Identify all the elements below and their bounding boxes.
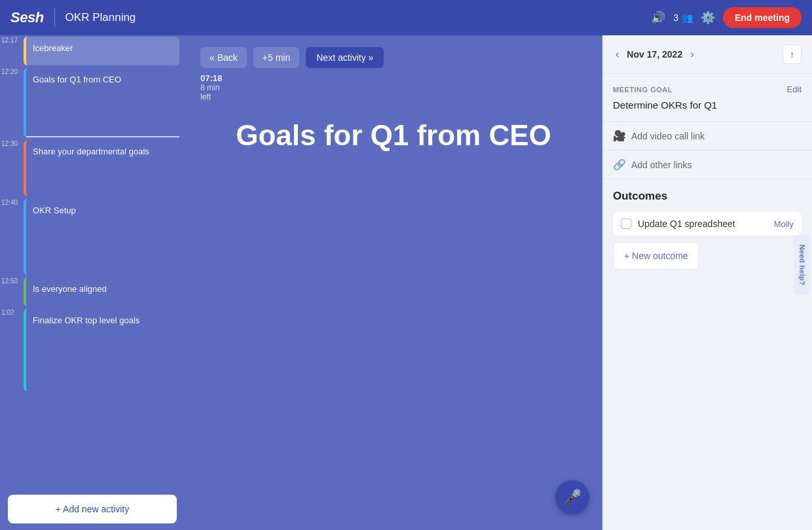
- video-icon: 🎥: [613, 130, 626, 142]
- date-display: Nov 17, 2022: [627, 49, 682, 60]
- sidebar-item-goals-ceo[interactable]: Goals for Q1 from CEO: [24, 68, 179, 137]
- mic-button[interactable]: 🎤: [555, 480, 589, 514]
- current-time-marker: [26, 136, 179, 137]
- next-date-button[interactable]: ›: [688, 46, 696, 63]
- end-meeting-button[interactable]: End meeting: [723, 7, 802, 28]
- add-video-link-row[interactable]: 🎥 Add video call link: [602, 122, 812, 150]
- link-icon: 🔗: [613, 158, 626, 171]
- date-nav: ‹ Nov 17, 2022 › ↑: [602, 35, 812, 74]
- meeting-goal-label: MEETING GOAL: [613, 86, 673, 94]
- participants-count: 3: [673, 12, 678, 23]
- outcome-checkbox[interactable]: [621, 219, 631, 229]
- mic-icon: 🎤: [564, 489, 581, 506]
- outcomes-title: Outcomes: [613, 190, 802, 203]
- agenda-item-title: Icebreaker: [33, 43, 73, 53]
- activity-main-title: Goals for Q1 from CEO: [236, 120, 551, 151]
- right-panel: ‹ Nov 17, 2022 › ↑ MEETING GOAL Edit Det…: [602, 35, 812, 530]
- time-label: 12:30: [0, 139, 21, 198]
- min-label: 8 min: [200, 83, 219, 92]
- time-label: 12:50: [0, 276, 21, 308]
- agenda-item-title: Is everyone aligned: [33, 284, 107, 294]
- sidebar-item-icebreaker[interactable]: Icebreaker: [24, 37, 179, 65]
- participants-button[interactable]: 3 👥: [673, 12, 693, 23]
- agenda-item-title: OKR Setup: [33, 205, 76, 215]
- main-layout: 12:17 Icebreaker 12:20 Goals for Q1 from…: [0, 35, 812, 530]
- outcome-text: Update Q1 spreadsheet: [638, 219, 767, 229]
- app-header: Sesh OKR Planning 🔊 3 👥 ⚙️ End meeting: [0, 0, 812, 35]
- header-divider: [54, 8, 55, 27]
- edit-goal-button[interactable]: Edit: [787, 84, 802, 94]
- add-links-label: Add other links: [631, 160, 692, 170]
- participants-icon: 👥: [682, 12, 693, 23]
- time-label: 12:40: [0, 198, 21, 276]
- timeline-row: 1:02 Finalize OKR top level goals: [0, 308, 185, 393]
- meeting-goal-header: MEETING GOAL Edit: [613, 84, 802, 94]
- activity-main: Goals for Q1 from CEO: [185, 107, 602, 530]
- sidebar-item-finalize[interactable]: Finalize OKR top level goals: [24, 309, 179, 391]
- time-remaining: 8 min left: [200, 83, 602, 101]
- audio-button[interactable]: 🔊: [651, 10, 665, 25]
- timer-section: 07:18 8 min left: [185, 73, 602, 101]
- prev-date-button[interactable]: ‹: [613, 46, 621, 63]
- time-label: 1:02: [0, 308, 21, 393]
- add-video-label: Add video call link: [631, 131, 705, 141]
- date-nav-inner: ‹ Nov 17, 2022 ›: [613, 46, 697, 63]
- export-icon: ↑: [790, 49, 794, 60]
- timeline-row: 12:20 Goals for Q1 from CEO: [0, 67, 185, 139]
- timeline-row: 12:50 Is everyone aligned: [0, 276, 185, 308]
- left-label: left: [200, 92, 211, 101]
- back-button[interactable]: « Back: [200, 47, 247, 68]
- time-label: 12:17: [0, 35, 21, 67]
- outcomes-section: Outcomes Update Q1 spreadsheet Molly + N…: [602, 179, 812, 530]
- timeline-row: 12:17 Icebreaker: [0, 35, 185, 67]
- app-logo: Sesh: [10, 9, 44, 26]
- time-label: 12:20: [0, 67, 21, 139]
- meeting-goal-text: Determine OKRs for Q1: [613, 99, 802, 111]
- sidebar: 12:17 Icebreaker 12:20 Goals for Q1 from…: [0, 35, 185, 530]
- agenda-item-title: Share your departmental goals: [33, 147, 149, 156]
- sidebar-item-okr-setup[interactable]: OKR Setup: [24, 199, 179, 275]
- new-outcome-button[interactable]: + New outcome: [613, 242, 699, 270]
- add-activity-button[interactable]: + Add new activity: [8, 495, 177, 523]
- next-activity-button[interactable]: Next activity »: [306, 47, 384, 68]
- export-button[interactable]: ↑: [783, 44, 802, 64]
- need-help-tab[interactable]: Need help?: [794, 236, 810, 294]
- timeline-row: 12:40 OKR Setup: [0, 198, 185, 276]
- meeting-title: OKR Planning: [65, 11, 641, 24]
- add-other-links-row[interactable]: 🔗 Add other links: [602, 150, 812, 179]
- add-time-button[interactable]: +5 min: [253, 47, 299, 68]
- outcome-assignee: Molly: [774, 219, 794, 229]
- timeline-row: 12:30 Share your departmental goals: [0, 139, 185, 198]
- agenda-item-title: Finalize OKR top level goals: [33, 315, 139, 325]
- timer-display: 07:18: [200, 73, 602, 83]
- agenda-item-title: Goals for Q1 from CEO: [33, 75, 121, 84]
- header-controls: 🔊 3 👥 ⚙️ End meeting: [651, 7, 802, 28]
- outcome-item: Update Q1 spreadsheet Molly: [613, 212, 802, 236]
- meeting-goal-section: MEETING GOAL Edit Determine OKRs for Q1: [602, 74, 812, 122]
- timeline: 12:17 Icebreaker 12:20 Goals for Q1 from…: [0, 35, 185, 488]
- sidebar-item-dept-goals[interactable]: Share your departmental goals: [24, 140, 179, 196]
- settings-button[interactable]: ⚙️: [701, 10, 715, 25]
- content-area: « Back +5 min Next activity » 07:18 8 mi…: [185, 35, 602, 530]
- sidebar-item-everyone-aligned[interactable]: Is everyone aligned: [24, 277, 179, 306]
- activity-title-section: Goals for Q1 from CEO: [236, 120, 551, 151]
